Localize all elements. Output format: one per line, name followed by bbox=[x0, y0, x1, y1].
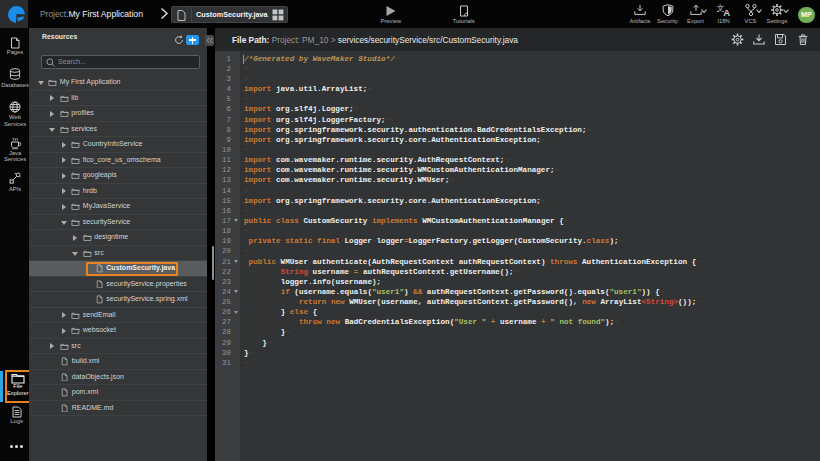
svg-text:A: A bbox=[723, 7, 730, 17]
